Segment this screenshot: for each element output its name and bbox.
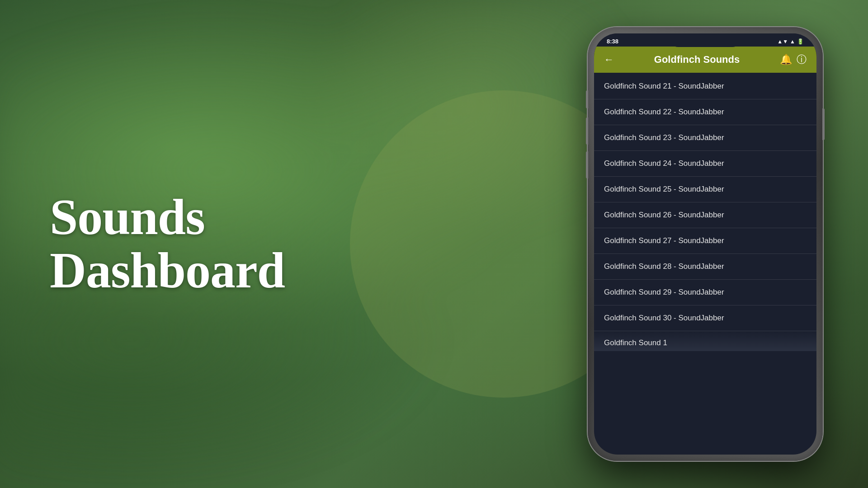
sound-list: Goldfinch Sound 21 - SoundJabber Goldfin…: [594, 73, 816, 455]
phone-mockup: 8:38 ▲▼ ▲ 🔋 ← Goldfinch Sounds 🔔 ⓘ: [588, 27, 823, 461]
list-item[interactable]: Goldfinch Sound 24 - SoundJabber: [594, 151, 816, 177]
list-item[interactable]: Goldfinch Sound 29 - SoundJabber: [594, 280, 816, 305]
hero-text: Sounds Dashboard: [50, 191, 285, 297]
list-item[interactable]: Goldfinch Sound 30 - SoundJabber: [594, 305, 816, 331]
list-item-partial[interactable]: Goldfinch Sound 1: [594, 331, 816, 351]
phone-power-button: [822, 108, 825, 140]
status-icons: ▲▼ ▲ 🔋: [777, 38, 804, 45]
phone-content: 8:38 ▲▼ ▲ 🔋 ← Goldfinch Sounds 🔔 ⓘ: [594, 33, 816, 455]
phone-notch: [669, 33, 741, 47]
list-item[interactable]: Goldfinch Sound 22 - SoundJabber: [594, 99, 816, 125]
status-time: 8:38: [607, 38, 618, 45]
phone-frame: 8:38 ▲▼ ▲ 🔋 ← Goldfinch Sounds 🔔 ⓘ: [588, 27, 823, 461]
hero-line1: Sounds: [50, 191, 285, 244]
hero-line2: Dashboard: [50, 244, 285, 297]
signal-icon: ▲▼: [777, 38, 788, 45]
list-item[interactable]: Goldfinch Sound 25 - SoundJabber: [594, 177, 816, 202]
list-item[interactable]: Goldfinch Sound 21 - SoundJabber: [594, 73, 816, 99]
app-header: ← Goldfinch Sounds 🔔 ⓘ: [594, 47, 816, 73]
info-icon[interactable]: ⓘ: [797, 53, 807, 66]
list-item[interactable]: Goldfinch Sound 23 - SoundJabber: [594, 125, 816, 151]
wifi-icon: ▲: [790, 38, 795, 45]
screen-title: Goldfinch Sounds: [614, 54, 780, 66]
phone-volume-up-button: [586, 117, 588, 145]
list-item[interactable]: Goldfinch Sound 28 - SoundJabber: [594, 254, 816, 280]
phone-screen: 8:38 ▲▼ ▲ 🔋 ← Goldfinch Sounds 🔔 ⓘ: [594, 33, 816, 455]
list-item[interactable]: Goldfinch Sound 26 - SoundJabber: [594, 202, 816, 228]
notification-bell-icon[interactable]: 🔔: [780, 54, 792, 66]
phone-mute-button: [586, 90, 588, 108]
phone-volume-down-button: [586, 151, 588, 178]
battery-icon: 🔋: [797, 38, 804, 45]
back-button[interactable]: ←: [604, 54, 614, 66]
list-item[interactable]: Goldfinch Sound 27 - SoundJabber: [594, 228, 816, 254]
